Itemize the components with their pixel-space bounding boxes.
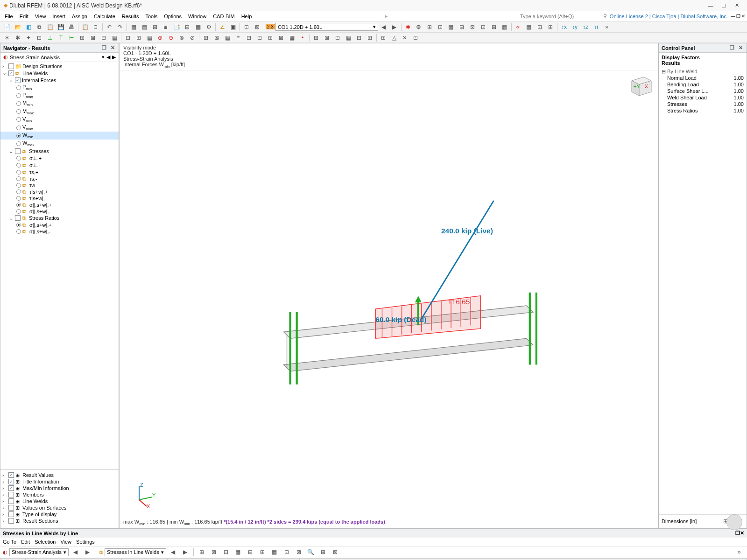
search-input[interactable] — [518, 13, 602, 20]
close-button[interactable]: ✕ — [730, 2, 743, 8]
b14-icon[interactable]: ▦ — [144, 33, 155, 42]
tt7-icon[interactable]: ▦ — [269, 547, 280, 557]
tree-stress-1[interactable]: σ⊥,- — [29, 162, 41, 168]
ctrl-close-icon[interactable]: ✕ — [737, 45, 744, 51]
b15-icon[interactable]: ⊕ — [155, 33, 165, 42]
menu-cad-bim[interactable]: CAD-BIM — [210, 13, 237, 20]
tree-stress-6[interactable]: τ|s+w|,- — [29, 196, 47, 201]
b11-icon[interactable]: ▦ — [109, 33, 120, 42]
b21-icon[interactable]: ▦ — [222, 33, 233, 42]
b33-icon[interactable]: ⊟ — [354, 33, 364, 42]
b23-icon[interactable]: ⊟ — [244, 33, 254, 42]
b28-icon[interactable]: • — [297, 33, 308, 42]
undock-icon[interactable]: ❐ — [101, 45, 107, 51]
table-crumb-combo[interactable]: Stresses in Line Welds ▾ — [105, 548, 166, 556]
b3-icon[interactable]: ✦ — [23, 33, 34, 42]
ctrl-item-value[interactable]: 1.00 — [734, 82, 744, 87]
b22-icon[interactable]: ≡ — [233, 33, 243, 42]
tree-stress-ratios[interactable]: Stress Ratios — [29, 215, 59, 221]
tree-vmax[interactable]: Vmax — [22, 124, 33, 131]
t11-icon[interactable]: ⊡ — [535, 22, 545, 32]
tree-wmax[interactable]: Wmax — [22, 140, 35, 147]
tree-stresses[interactable]: Stresses — [29, 148, 49, 154]
b4-icon[interactable]: ⊡ — [34, 33, 44, 42]
print-icon[interactable]: 🖶 — [66, 22, 77, 32]
model1-icon[interactable]: ⊡ — [241, 22, 252, 32]
b16-icon[interactable]: ⊖ — [166, 33, 176, 42]
nav-lower-5[interactable]: Values on Surfaces — [22, 505, 67, 511]
tree-stress-4[interactable]: τw — [29, 182, 35, 188]
tree-stress-7[interactable]: σ||,s+w|,+ — [29, 202, 52, 208]
menu-assign[interactable]: Assign — [69, 13, 90, 20]
table-undock-icon[interactable]: ❐ — [735, 530, 740, 536]
nav-lower-0[interactable]: Result Values — [22, 472, 54, 478]
table-menu-settings[interactable]: Settings — [76, 539, 95, 545]
b30-icon[interactable]: ⊠ — [322, 33, 332, 42]
model-view[interactable]: 116.65 240.0 kip (Live) 60.0 kip (Dead) — [120, 70, 658, 528]
tt-prev2-icon[interactable]: ◀ — [168, 547, 178, 557]
nav-lower-7[interactable]: Result Sections — [22, 518, 58, 524]
undo-icon[interactable]: ↶ — [104, 22, 114, 32]
tt5-icon[interactable]: ⊟ — [245, 547, 255, 557]
doc-close-button[interactable]: ✕ — [741, 14, 745, 19]
t12-icon[interactable]: ⊞ — [545, 22, 556, 32]
ctrl-item-value[interactable]: 1.00 — [734, 88, 744, 94]
tt11-icon[interactable]: ⊞ — [318, 547, 328, 557]
nav-next-icon[interactable]: ▶ — [112, 54, 116, 60]
tt2-icon[interactable]: ⊠ — [209, 547, 219, 557]
table-menu-view[interactable]: View — [60, 539, 71, 545]
b13-icon[interactable]: ⊞ — [134, 33, 144, 42]
tree-pmin[interactable]: Pmin — [22, 84, 32, 91]
tree-line-welds[interactable]: Line Welds — [22, 70, 48, 76]
tree-stress-2[interactable]: τs,+ — [29, 169, 38, 175]
sel-icon[interactable]: ▣ — [228, 22, 238, 32]
table-menu-edit[interactable]: Edit — [21, 539, 30, 545]
table-ssa-combo[interactable]: Stress-Strain Analysis ▾ — [9, 548, 69, 556]
save-icon[interactable]: 💾 — [56, 22, 66, 32]
t3-icon[interactable]: ▦ — [446, 22, 456, 32]
block-icon[interactable]: ◧ — [23, 22, 34, 32]
tree-stress-8[interactable]: σ||,s+w|,- — [29, 209, 50, 214]
t6-icon[interactable]: ⊡ — [478, 22, 488, 32]
view-xy-icon[interactable]: ▤ — [139, 22, 149, 32]
b19-icon[interactable]: ⊞ — [201, 33, 211, 42]
b26-icon[interactable]: ⊠ — [276, 33, 286, 42]
copy-icon[interactable]: ⧉ — [34, 22, 44, 32]
tt9-icon[interactable]: ⊠ — [294, 547, 304, 557]
b37-icon[interactable]: ✕ — [400, 33, 410, 42]
panel-close-icon[interactable]: ✕ — [109, 45, 116, 51]
tree-sr-1[interactable]: σ||,s+w|,- — [29, 229, 50, 234]
tt-next2-icon[interactable]: ▶ — [180, 547, 190, 557]
view-xz-icon[interactable]: ⊞ — [150, 22, 160, 32]
b27-icon[interactable]: ▦ — [287, 33, 297, 42]
clipboard-icon[interactable]: 📋 — [80, 22, 90, 32]
t4-icon[interactable]: ⊟ — [457, 22, 467, 32]
table-icon[interactable]: ⊟ — [182, 22, 192, 32]
t9-icon[interactable]: ∝ — [513, 22, 523, 32]
tree-pmax[interactable]: Pmax — [22, 92, 33, 99]
menu-window[interactable]: Window — [185, 13, 209, 20]
ctrl-item-value[interactable]: 1.00 — [734, 101, 744, 107]
results-table[interactable]: LineNo. Line Welded JointNo. and Surface… — [0, 558, 747, 560]
t5-icon[interactable]: ⊠ — [467, 22, 478, 32]
t1-icon[interactable]: ⊞ — [424, 22, 435, 32]
tree-mmin[interactable]: Mmin — [22, 100, 33, 107]
tree-stress-3[interactable]: τs,- — [29, 176, 37, 182]
ctrl-item-value[interactable]: 1.00 — [734, 75, 744, 81]
b36-icon[interactable]: △ — [389, 33, 399, 42]
tt3-icon[interactable]: ⊡ — [221, 547, 231, 557]
tt-prev-icon[interactable]: ◀ — [70, 547, 81, 557]
tree-sr-0[interactable]: σ||,s+w|,+ — [29, 222, 52, 228]
table-menu-go-to[interactable]: Go To — [3, 539, 16, 545]
open-icon[interactable]: 📂 — [13, 22, 23, 32]
minimize-button[interactable]: — — [704, 3, 717, 8]
table-close-icon[interactable]: ✕ — [740, 530, 744, 536]
t2-icon[interactable]: ⊡ — [435, 22, 445, 32]
tree-wmin[interactable]: Wmin — [22, 132, 33, 139]
b17-icon[interactable]: ⊗ — [176, 33, 187, 42]
tt-more-icon[interactable]: » — [734, 547, 744, 557]
b18-icon[interactable]: ⊘ — [187, 33, 197, 42]
nav-lower-6[interactable]: Type of display — [22, 511, 56, 517]
b8-icon[interactable]: ⊞ — [77, 33, 87, 42]
b31-icon[interactable]: ⊡ — [332, 33, 343, 42]
